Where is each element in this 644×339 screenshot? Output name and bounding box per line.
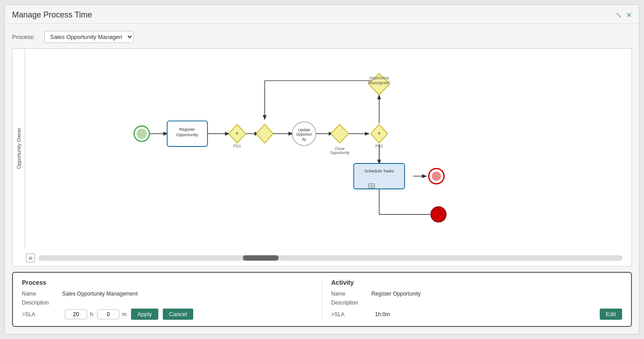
process-sla-minutes-label: m xyxy=(122,311,127,318)
svg-text:ity: ity xyxy=(302,137,306,142)
svg-text:+: + xyxy=(236,130,239,137)
process-sla-hours-input[interactable] xyxy=(65,309,87,319)
activity-section: Activity Name Register Opportunity Descr… xyxy=(322,279,623,320)
activity-sla-value: 1h:0m xyxy=(375,311,390,318)
process-sla-minutes-input[interactable] xyxy=(97,309,119,319)
process-sla-hours-label: h: xyxy=(90,311,94,318)
activity-name-row: Name Register Opportunity xyxy=(331,291,623,297)
bpmn-diagram-svg: Register Opportunity + PG1 Update Opport… xyxy=(25,49,631,253)
svg-text:Opportunity: Opportunity xyxy=(176,132,198,137)
horizontal-scrollbar[interactable] xyxy=(38,255,623,261)
process-name-label: Name xyxy=(22,291,62,297)
activity-sla-row: >SLA 1h:0m Edit xyxy=(331,309,623,320)
apply-button[interactable]: Apply xyxy=(131,309,158,320)
activity-name-value: Register Opportunity xyxy=(372,291,421,297)
svg-text:Schedule Tasks: Schedule Tasks xyxy=(364,168,394,173)
process-name-value: Sales Opportunity Management xyxy=(62,291,138,297)
svg-text:Update: Update xyxy=(298,128,310,132)
activity-description-label: Description xyxy=(331,300,372,306)
svg-text:Register: Register xyxy=(179,127,195,132)
fit-to-screen-icon[interactable]: ⊞ xyxy=(26,253,35,262)
svg-text:Close: Close xyxy=(335,146,345,151)
process-name-row: Name Sales Opportunity Management xyxy=(22,291,313,297)
scrollbar-thumb[interactable] xyxy=(243,255,279,261)
svg-text:Opportunity: Opportunity xyxy=(330,150,350,155)
process-select[interactable]: Sales Opportunity Managemen... xyxy=(44,31,134,43)
dialog-header: Manage Process Time ⤡ ✕ xyxy=(5,5,639,24)
swimlane-label: Opportunity Owner xyxy=(13,49,25,248)
process-section-title: Process xyxy=(22,279,313,286)
dialog-body: Process: Sales Opportunity Managemen... … xyxy=(5,24,639,334)
svg-point-13 xyxy=(137,129,147,139)
process-sla-label: >SLA xyxy=(22,311,62,318)
minimize-icon[interactable]: ⤡ xyxy=(616,11,622,19)
dialog-title: Manage Process Time xyxy=(12,10,92,20)
svg-text:Opportun: Opportun xyxy=(296,132,312,137)
schedule-tasks-task[interactable] xyxy=(354,163,405,189)
process-section: Process Name Sales Opportunity Managemen… xyxy=(22,279,322,320)
activity-sla-label: >SLA xyxy=(331,311,372,318)
activity-section-title: Activity xyxy=(331,279,623,286)
process-label: Process: xyxy=(12,34,39,40)
close-icon[interactable]: ✕ xyxy=(626,11,632,19)
manage-process-time-dialog: Manage Process Time ⤡ ✕ Process: Sales O… xyxy=(4,4,640,335)
svg-point-31 xyxy=(432,172,441,181)
activity-description-row: Description xyxy=(331,300,623,306)
decision-diamond-1[interactable] xyxy=(256,124,273,143)
scrollbar-area: ⊞ xyxy=(26,253,623,262)
swimlane-text: Opportunity Owner xyxy=(16,128,21,169)
process-description-row: Description xyxy=(22,300,313,306)
svg-text:Opportunity: Opportunity xyxy=(369,76,390,80)
bottom-panel: Process Name Sales Opportunity Managemen… xyxy=(12,272,632,327)
header-icons: ⤡ ✕ xyxy=(616,11,632,19)
close-opportunity-gateway[interactable] xyxy=(331,124,349,143)
process-description-label: Description xyxy=(22,300,62,306)
activity-name-label: Name xyxy=(331,291,372,297)
end-event-2[interactable] xyxy=(431,207,446,222)
cancel-button[interactable]: Cancel xyxy=(163,309,193,320)
process-selection-row: Process: Sales Opportunity Managemen... xyxy=(12,31,632,43)
svg-text:+: + xyxy=(377,130,381,137)
process-sla-row: >SLA h: m Apply Cancel xyxy=(22,309,313,320)
svg-text:PG1: PG1 xyxy=(233,144,241,148)
edit-button[interactable]: Edit xyxy=(600,309,622,320)
svg-text:Reassigned?: Reassigned? xyxy=(368,81,390,85)
diagram-area: Opportunity Owner xyxy=(12,48,632,266)
svg-text:PG2: PG2 xyxy=(375,144,383,148)
